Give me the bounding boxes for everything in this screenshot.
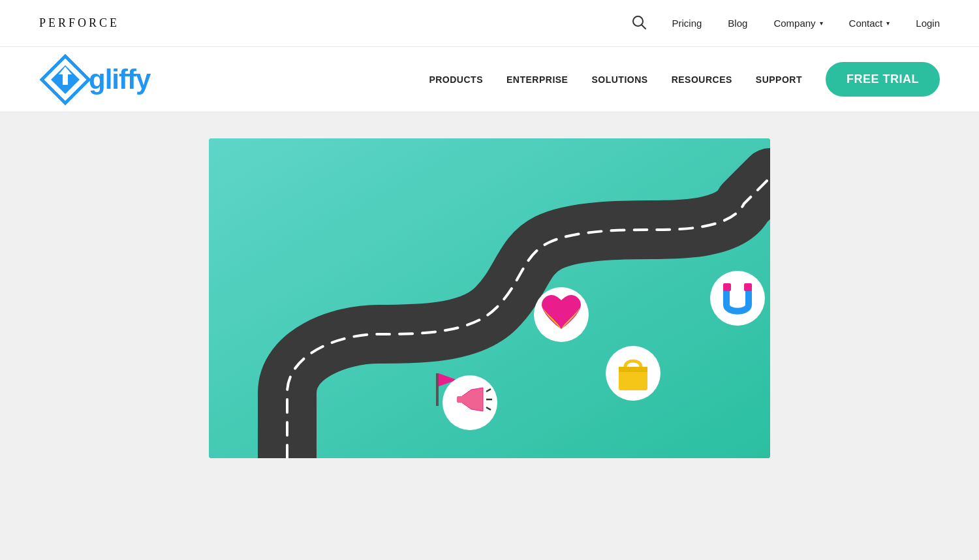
gliffy-nav: PRODUCTS ENTERPRISE SOLUTIONS RESOURCES …: [429, 62, 940, 97]
contact-chevron-icon: ▾: [886, 20, 890, 27]
svg-line-1: [642, 25, 645, 29]
svg-point-0: [633, 16, 643, 26]
svg-rect-7: [436, 373, 439, 406]
gliffy-nav-resources[interactable]: RESOURCES: [672, 74, 732, 85]
hero-illustration: [209, 138, 770, 458]
nav-blog[interactable]: Blog: [728, 18, 747, 29]
gliffy-nav-products[interactable]: PRODUCTS: [429, 74, 483, 85]
nav-login[interactable]: Login: [916, 18, 940, 29]
svg-rect-17: [619, 367, 647, 372]
gliffy-logo-icon: [39, 54, 91, 106]
svg-rect-10: [457, 396, 463, 403]
main-content: [0, 112, 979, 458]
company-chevron-icon: ▾: [820, 20, 823, 27]
nav-pricing[interactable]: Pricing: [672, 18, 702, 29]
gliffy-bar: gliffy PRODUCTS ENTERPRISE SOLUTIONS RES…: [0, 47, 979, 112]
gliffy-nav-solutions[interactable]: SOLUTIONS: [591, 74, 647, 85]
svg-rect-5: [63, 74, 68, 85]
search-icon[interactable]: [632, 15, 646, 32]
svg-rect-19: [723, 283, 731, 291]
nav-contact[interactable]: Contact ▾: [849, 18, 890, 29]
gliffy-logo-text: gliffy: [89, 64, 150, 95]
perforce-logo: PERFORCE: [39, 16, 119, 30]
road-svg: [209, 138, 770, 458]
perforce-bar: PERFORCE Pricing Blog Company ▾ Contact …: [0, 0, 979, 47]
gliffy-nav-enterprise[interactable]: ENTERPRISE: [506, 74, 568, 85]
gliffy-logo[interactable]: gliffy: [39, 54, 150, 106]
svg-rect-20: [744, 283, 752, 291]
svg-point-18: [710, 271, 765, 326]
nav-company[interactable]: Company ▾: [773, 18, 822, 29]
free-trial-button[interactable]: FREE TRIAL: [826, 62, 940, 97]
gliffy-nav-support[interactable]: SUPPORT: [756, 74, 802, 85]
perforce-nav: Pricing Blog Company ▾ Contact ▾ Login: [632, 15, 940, 32]
